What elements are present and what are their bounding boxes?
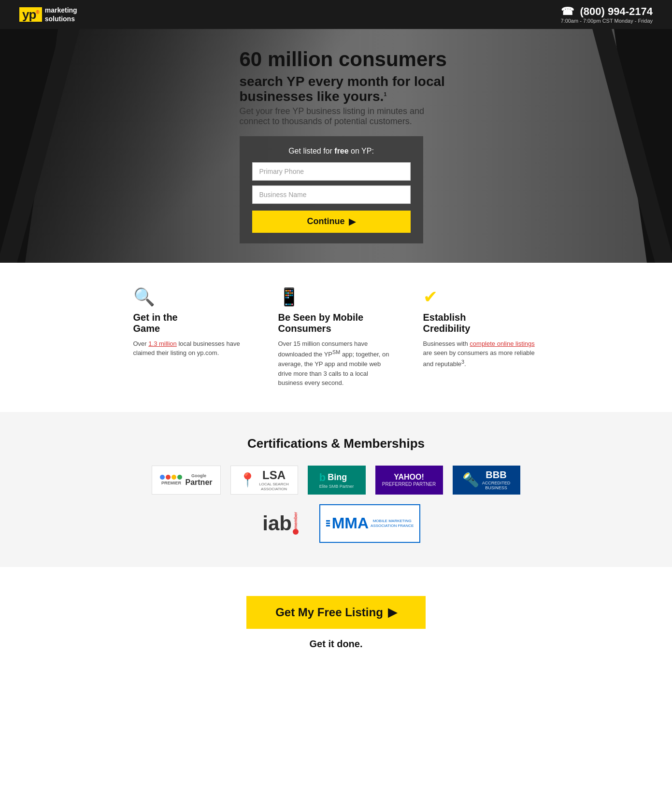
iab-badge: iab member: [252, 504, 310, 543]
logo: yp® marketing solutions: [19, 6, 77, 23]
yahoo-badge: YAHOO! PREFERRED PARTNER: [375, 466, 443, 495]
header-phone-info: ☎ (800) 994-2174 7:00am - 7:00pm CST Mon…: [560, 5, 653, 24]
certifications-logos-row1: PREMIER Google Partner 📍 LSA LOCAL SEARC…: [29, 466, 643, 495]
phone-mobile-icon: 📱: [278, 287, 394, 307]
feature-credibility: ✔ EstablishCredibility Businesses with c…: [423, 287, 539, 388]
feature-title-game: Get in theGame: [133, 312, 249, 334]
lsa-badge: 📍 LSA LOCAL SEARCHASSOCIATION: [230, 466, 298, 495]
phone-hours: 7:00am - 7:00pm CST Monday - Friday: [560, 18, 653, 24]
hero-description: Get your free YP business listing in min…: [240, 106, 443, 127]
link-million-businesses[interactable]: 1.3 million: [148, 340, 177, 347]
checkmark-icon: ✔: [423, 287, 539, 307]
hero-section: 60 million consumers search YP every mon…: [0, 29, 672, 263]
certifications-title: Certifications & Memberships: [29, 436, 643, 451]
certifications-logos-row2: iab member MMA MOBILE MARKETINGASSOCIATI…: [29, 504, 643, 543]
google-partner-badge: PREMIER Google Partner: [152, 466, 220, 495]
yp-letters: yp: [22, 7, 36, 22]
hero-title: 60 million consumers: [240, 48, 447, 71]
feature-mobile-consumers: 📱 Be Seen by MobileConsumers Over 15 mil…: [278, 287, 394, 388]
mma-lines-icon: [326, 520, 330, 526]
bing-badge: b Bing Elite SMB Partner: [308, 466, 366, 495]
cta-tagline: Get it done.: [19, 638, 653, 650]
certifications-section: Certifications & Memberships PREMIER Goo…: [0, 412, 672, 567]
iab-dot-icon: [293, 529, 299, 535]
form-title: Get listed for free on YP:: [252, 147, 411, 156]
feature-get-in-game: 🔍 Get in theGame Over 1.3 million local …: [133, 287, 249, 388]
phone-number: ☎ (800) 994-2174: [560, 5, 653, 18]
feature-title-credibility: EstablishCredibility: [423, 312, 539, 334]
feature-text-credibility: Businesses with complete online listings…: [423, 339, 539, 369]
yp-logo-mark: yp®: [19, 7, 42, 22]
feature-text-mobile: Over 15 million consumers have downloade…: [278, 339, 394, 388]
bbb-badge: 🔦 BBB ACCREDITEDBUSINESS: [453, 466, 520, 495]
phone-icon: ☎: [561, 5, 574, 18]
hero-content: 60 million consumers search YP every mon…: [143, 29, 529, 263]
continue-button[interactable]: Continue ▶: [252, 211, 411, 233]
registered-mark: ®: [36, 10, 39, 15]
cta-section: Get My Free Listing ▶ Get it done.: [0, 567, 672, 679]
get-free-listing-button[interactable]: Get My Free Listing ▶: [246, 596, 426, 629]
mma-badge: MMA MOBILE MARKETINGASSOCIATION FRANCE: [319, 504, 421, 543]
logo-tagline: marketing solutions: [45, 6, 77, 23]
link-complete-listings[interactable]: complete online listings: [470, 340, 534, 347]
hero-form-box: Get listed for free on YP: Continue ▶: [240, 136, 423, 243]
primary-phone-input[interactable]: [252, 162, 411, 181]
google-icon: [160, 475, 182, 480]
bing-b-icon: b: [319, 471, 326, 484]
business-name-input[interactable]: [252, 185, 411, 204]
bbb-torch-icon: 🔦: [462, 472, 479, 488]
site-header: yp® marketing solutions ☎ (800) 994-2174…: [0, 0, 672, 29]
feature-title-mobile: Be Seen by MobileConsumers: [278, 312, 394, 334]
search-icon: 🔍: [133, 287, 249, 307]
hero-subtitle: search YP every month for local business…: [240, 74, 445, 104]
features-section: 🔍 Get in theGame Over 1.3 million local …: [0, 263, 672, 412]
feature-text-game: Over 1.3 million local businesses have c…: [133, 339, 249, 358]
footnote-1: 1: [384, 91, 386, 97]
lsa-pin-icon: 📍: [239, 472, 256, 488]
